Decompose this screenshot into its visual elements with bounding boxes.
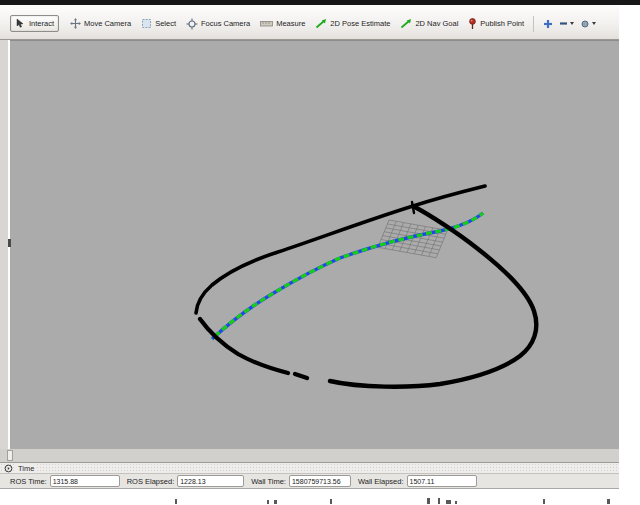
select-tool-button[interactable]: Select: [136, 15, 181, 32]
mesh-grid-wireframe: [378, 220, 448, 258]
render-viewport[interactable]: [10, 40, 619, 449]
wall-elapsed-label: Wall Elapsed:: [358, 477, 404, 486]
tool-label: 2D Nav Goal: [415, 19, 458, 28]
wall-time-label: Wall Time:: [251, 477, 286, 486]
green-arrow-icon: [400, 18, 412, 29]
remove-tool-button[interactable]: [556, 17, 577, 30]
left-gutter: [0, 40, 8, 449]
toolbar: Interact Move Camera: [0, 5, 619, 40]
ros-elapsed-label: ROS Elapsed:: [127, 477, 175, 486]
measure-tool-button[interactable]: Measure: [255, 16, 310, 31]
ros-elapsed-field: ROS Elapsed:: [127, 475, 252, 487]
time-panel: Time ROS Time: ROS Elapsed: Wall Time: W…: [0, 462, 619, 489]
interact-tool-button[interactable]: Interact: [10, 15, 59, 32]
trajectory-blue-markers: [212, 213, 483, 339]
track-bottom-dash: [295, 374, 307, 378]
tool-label: Interact: [29, 19, 54, 28]
time-fields-row: ROS Time: ROS Elapsed: Wall Time: Wall E…: [0, 474, 619, 489]
toolbar-separator: [533, 16, 534, 32]
green-arrow-icon: [315, 18, 327, 29]
add-tool-plus-icon: [543, 19, 553, 29]
ros-time-field: ROS Time:: [10, 475, 127, 487]
red-pin-icon: [468, 18, 477, 30]
tool-properties-icon: [580, 19, 590, 29]
splitter-handle[interactable]: [7, 450, 13, 461]
time-panel-title: Time: [16, 464, 36, 473]
add-tool-button[interactable]: [540, 17, 556, 31]
main-area: [0, 40, 619, 449]
focus-camera-tool-button[interactable]: Focus Camera: [181, 15, 255, 33]
rviz-app-area: Interact Move Camera: [0, 5, 619, 488]
track-bottom-left-arc: [200, 319, 288, 373]
tool-label: Select: [155, 19, 176, 28]
focus-crosshair-icon: [186, 18, 198, 30]
wall-elapsed-field: Wall Elapsed:: [358, 475, 477, 487]
clock-icon: [4, 464, 13, 473]
interact-cursor-icon: [15, 18, 26, 29]
select-box-icon: [141, 18, 152, 29]
tool-label: 2D Pose Estimate: [330, 19, 390, 28]
tool-label: Focus Camera: [201, 19, 250, 28]
move-camera-icon: [70, 18, 81, 29]
remove-tool-minus-icon: [559, 19, 568, 28]
measure-ruler-icon: [260, 19, 273, 28]
time-panel-header[interactable]: Time: [0, 462, 619, 474]
pose-estimate-tool-button[interactable]: 2D Pose Estimate: [310, 15, 395, 32]
wall-elapsed-input[interactable]: [407, 475, 477, 487]
panel-splitter-row: [0, 449, 619, 462]
tool-properties-button[interactable]: [577, 17, 599, 31]
ros-time-input[interactable]: [50, 475, 120, 487]
publish-point-tool-button[interactable]: Publish Point: [463, 15, 529, 33]
nav-goal-tool-button[interactable]: 2D Nav Goal: [395, 15, 463, 32]
scene-3d: [10, 41, 619, 444]
tool-label: Measure: [276, 19, 305, 28]
tool-label: Move Camera: [84, 19, 131, 28]
rviz-window: Interact Move Camera: [0, 0, 640, 505]
ros-time-label: ROS Time:: [10, 477, 47, 486]
move-camera-tool-button[interactable]: Move Camera: [65, 15, 136, 32]
ros-elapsed-input[interactable]: [177, 475, 244, 487]
wall-time-input[interactable]: [289, 475, 351, 487]
track-top-left-arc: [196, 186, 485, 313]
track-junction-stub: [412, 202, 414, 213]
tool-label: Publish Point: [480, 19, 524, 28]
wall-time-field: Wall Time:: [251, 475, 358, 487]
chevron-down-icon: [592, 22, 596, 25]
chevron-down-icon: [570, 22, 574, 25]
